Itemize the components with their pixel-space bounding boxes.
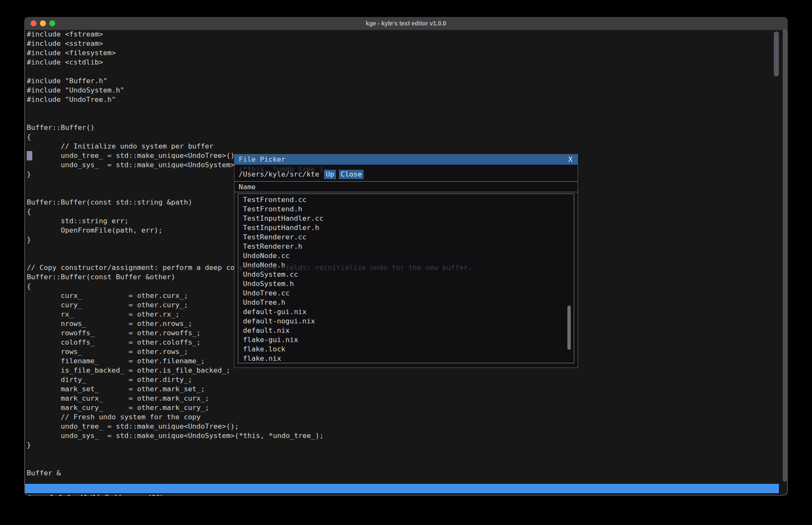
- close-icon[interactable]: X: [568, 154, 572, 165]
- status-bar: kge v1.0.0 [1/1] Buffer.cc 486L Open Fil…: [25, 484, 779, 493]
- divider: [234, 192, 578, 192]
- dialog-titlebar[interactable]: File Picker X: [234, 154, 578, 165]
- code-line: // Initialize undo system per buffer: [27, 142, 771, 151]
- up-button[interactable]: Up: [324, 170, 336, 179]
- code-line: #include <filesystem>: [27, 48, 771, 58]
- code-line: Buffer::Buffer(): [27, 123, 771, 132]
- file-item[interactable]: TestRenderer.h: [238, 242, 574, 251]
- file-item[interactable]: default.nix: [238, 326, 574, 335]
- code-line: #include <fstream>: [27, 30, 771, 39]
- code-line: [27, 114, 771, 123]
- status-file-info: kge v1.0.0 [1/1] Buffer.cc 486L: [28, 493, 164, 496]
- file-item[interactable]: default-gui.nix: [238, 307, 574, 317]
- code-line: [27, 67, 771, 76]
- code-line: }: [27, 441, 771, 450]
- code-line: mark_set_ = other.mark_set_;: [27, 385, 771, 394]
- file-item[interactable]: TestFrontend.h: [238, 205, 574, 214]
- file-item[interactable]: TestRenderer.cc: [238, 233, 574, 242]
- window-title: kge - kyle's text editor v1.0.0: [24, 17, 788, 30]
- file-item[interactable]: flake.nix: [238, 354, 574, 363]
- file-item[interactable]: default-nogui.nix: [238, 317, 574, 326]
- file-item[interactable]: UndoTree.cc: [238, 289, 574, 298]
- dialog-title: File Picker: [239, 154, 285, 165]
- current-path: /Users/kyle/src/kte: [239, 170, 319, 179]
- code-line: #include <sstream>: [27, 39, 771, 48]
- code-line: #include "Buffer.h": [27, 76, 771, 86]
- code-line: undo_sys_ = std::make_unique<UndoSystem>…: [27, 431, 771, 441]
- file-picker-dialog: File Picker X (*this, *undo_tree_); /Use…: [234, 154, 578, 368]
- close-button[interactable]: Close: [339, 170, 364, 179]
- path-row: /Users/kyle/src/kte Up Close: [234, 170, 578, 179]
- divider: [234, 181, 578, 182]
- file-item[interactable]: flake.lock: [238, 345, 574, 354]
- window-titlebar[interactable]: kge - kyle's text editor v1.0.0: [24, 17, 788, 30]
- code-line: mark_cury_ = other.mark_cury_;: [27, 403, 771, 413]
- code-line: #include "UndoSystem.h": [27, 86, 771, 95]
- code-line: // Fresh undo system for the copy: [27, 413, 771, 422]
- file-item[interactable]: TestInputHandler.h: [238, 223, 574, 233]
- code-line: [27, 104, 771, 114]
- code-line: #include <cstdlib>: [27, 58, 771, 67]
- desktop: kge - kyle's text editor v1.0.0 #include…: [0, 0, 812, 525]
- file-list-scrollbar-thumb[interactable]: [567, 306, 571, 350]
- code-line: [27, 459, 771, 469]
- editor-scrollbar-thumb[interactable]: [774, 31, 779, 76]
- file-item[interactable]: UndoNode.cc: [238, 251, 574, 261]
- code-line: {: [27, 132, 771, 142]
- code-line: #include "UndoTree.h": [27, 95, 771, 104]
- file-item[interactable]: UndoSystem.h: [238, 279, 574, 289]
- code-line: dirty_ = other.dirty_;: [27, 375, 771, 385]
- code-line: mark_curx_ = other.mark_curx_;: [27, 394, 771, 403]
- file-list: TestFrontend.ccTestFrontend.hTestInputHa…: [238, 194, 574, 363]
- file-item[interactable]: TestInputHandler.cc: [238, 214, 574, 223]
- file-item[interactable]: TestFrontend.cc: [238, 195, 574, 205]
- code-line: undo_tree_ = std::make_unique<UndoTree>(…: [27, 422, 771, 431]
- bleedthrough-code-text: y of core fields; reinitialize undo for …: [239, 263, 472, 272]
- editor-cursor: [27, 151, 32, 160]
- window-scrollbar[interactable]: [783, 29, 787, 482]
- file-item[interactable]: UndoTree.h: [238, 298, 574, 307]
- column-header-name: Name: [239, 182, 256, 192]
- code-line: [27, 450, 771, 459]
- code-line: Buffer &: [27, 469, 771, 478]
- file-item[interactable]: flake-gui.nix: [238, 335, 574, 345]
